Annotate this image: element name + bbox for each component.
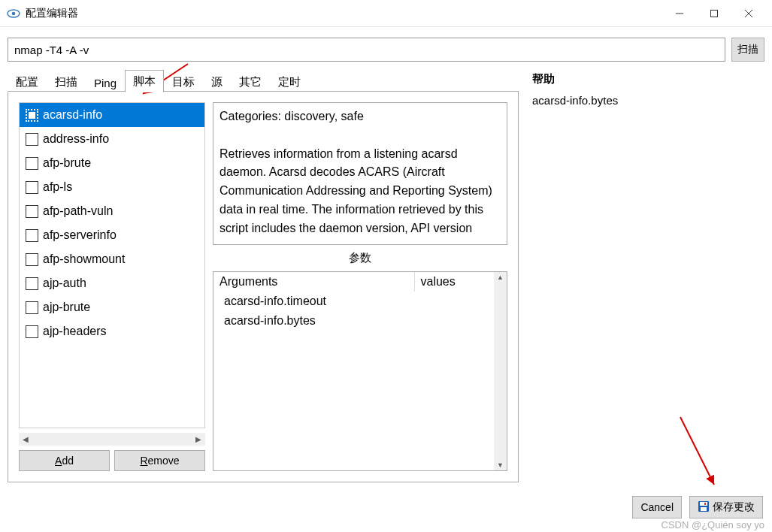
window-title: 配置编辑器 xyxy=(26,7,78,20)
description-box[interactable]: Categories: discovery, safe Retrieves in… xyxy=(213,102,507,245)
list-item[interactable]: afp-showmount xyxy=(20,247,204,271)
params-title: 参数 xyxy=(213,249,507,267)
params-table: Arguments values acarsd-info.timeout aca… xyxy=(213,272,494,331)
script-name: afp-serverinfo xyxy=(43,228,117,242)
checkbox-icon[interactable] xyxy=(26,157,38,170)
scroll-right-icon[interactable]: ▶ xyxy=(193,435,204,443)
add-remove-row: Add Remove xyxy=(19,450,205,471)
add-button[interactable]: Add xyxy=(19,450,110,471)
maximize-button[interactable] xyxy=(697,2,731,25)
list-item[interactable]: afp-ls xyxy=(20,175,204,199)
table-row[interactable]: acarsd-info.bytes xyxy=(213,311,494,331)
help-text: acarsd-info.bytes xyxy=(532,94,764,107)
table-row[interactable]: acarsd-info.timeout xyxy=(213,292,494,311)
params-scrollbar[interactable]: ▲ ▼ xyxy=(494,272,507,470)
col-arguments[interactable]: Arguments xyxy=(213,272,414,292)
desc-body: Retrieves information from a listening a… xyxy=(219,145,501,238)
scroll-up-icon[interactable]: ▲ xyxy=(497,274,504,281)
detail-column: Categories: discovery, safe Retrieves in… xyxy=(213,102,507,471)
save-label: 保存更改 xyxy=(713,500,755,514)
help-box: acarsd-info.bytes xyxy=(532,91,764,482)
list-item[interactable]: address-info xyxy=(20,127,204,151)
help-title: 帮助 xyxy=(532,72,764,86)
checkbox-icon[interactable] xyxy=(26,133,38,146)
tab-source[interactable]: 源 xyxy=(203,71,231,92)
command-row: 扫描 xyxy=(0,27,772,69)
app-icon xyxy=(6,6,21,21)
script-name: acarsd-info xyxy=(43,108,102,122)
desc-categories: Categories: discovery, safe xyxy=(219,107,501,126)
script-name: ajp-auth xyxy=(43,277,86,290)
svg-rect-7 xyxy=(700,502,707,506)
param-arg: acarsd-info.timeout xyxy=(213,292,414,311)
svg-point-1 xyxy=(12,11,16,15)
tab-bar: 配置 扫描 Ping 脚本 目标 源 其它 定时 xyxy=(8,69,519,92)
tab-other[interactable]: 其它 xyxy=(231,71,270,92)
footer: Cancel 保存更改 xyxy=(632,496,763,518)
remove-button[interactable]: Remove xyxy=(114,450,205,471)
tab-body: acarsd-info address-info afp-brute afp-l… xyxy=(8,92,519,482)
list-item[interactable]: acarsd-info xyxy=(20,103,204,127)
svg-rect-3 xyxy=(711,10,718,17)
col-values[interactable]: values xyxy=(414,272,494,292)
checkbox-icon[interactable] xyxy=(26,253,38,266)
tab-config[interactable]: 配置 xyxy=(8,71,47,92)
checkbox-icon[interactable] xyxy=(26,229,38,242)
horizontal-scrollbar[interactable]: ◀ ▶ xyxy=(19,433,205,446)
close-button[interactable] xyxy=(731,2,766,25)
checkbox-icon[interactable] xyxy=(26,325,38,338)
titlebar: 配置编辑器 xyxy=(0,0,772,27)
list-item[interactable]: ajp-brute xyxy=(20,295,204,319)
svg-rect-9 xyxy=(704,503,706,505)
tab-target[interactable]: 目标 xyxy=(164,71,203,92)
scroll-left-icon[interactable]: ◀ xyxy=(20,435,31,443)
list-item[interactable]: afp-path-vuln xyxy=(20,199,204,223)
tab-scan[interactable]: 扫描 xyxy=(47,71,86,92)
scroll-down-icon[interactable]: ▼ xyxy=(497,461,504,469)
tab-ping[interactable]: Ping xyxy=(86,72,125,92)
script-column: acarsd-info address-info afp-brute afp-l… xyxy=(19,102,205,471)
script-list[interactable]: acarsd-info address-info afp-brute afp-l… xyxy=(19,102,205,428)
left-column: 配置 扫描 Ping 脚本 目标 源 其它 定时 acarsd-info add… xyxy=(8,69,519,482)
param-arg: acarsd-info.bytes xyxy=(213,311,414,331)
script-name: afp-ls xyxy=(43,180,72,194)
save-icon xyxy=(698,500,710,515)
param-val[interactable] xyxy=(414,292,494,311)
checkbox-icon[interactable] xyxy=(26,301,38,314)
svg-rect-8 xyxy=(701,507,707,511)
list-item[interactable]: afp-brute xyxy=(20,151,204,175)
script-name: afp-showmount xyxy=(43,252,125,266)
checkbox-icon[interactable] xyxy=(26,181,38,194)
scan-button[interactable]: 扫描 xyxy=(731,38,764,62)
checkbox-icon[interactable] xyxy=(26,277,38,290)
command-input[interactable] xyxy=(8,38,725,62)
list-item[interactable]: ajp-headers xyxy=(20,319,204,343)
script-name: afp-path-vuln xyxy=(43,204,113,218)
param-val[interactable] xyxy=(414,311,494,331)
main-area: 配置 扫描 Ping 脚本 目标 源 其它 定时 acarsd-info add… xyxy=(0,69,772,490)
checkbox-icon[interactable] xyxy=(26,205,38,218)
checkbox-icon[interactable] xyxy=(26,109,38,122)
script-name: address-info xyxy=(43,132,109,146)
tab-script[interactable]: 脚本 xyxy=(125,70,164,92)
help-column: 帮助 acarsd-info.bytes xyxy=(532,69,764,482)
script-name: ajp-brute xyxy=(43,301,90,314)
save-button[interactable]: 保存更改 xyxy=(689,496,763,518)
list-item[interactable]: ajp-auth xyxy=(20,271,204,295)
script-name: afp-brute xyxy=(43,156,91,170)
list-item[interactable]: afp-serverinfo xyxy=(20,223,204,247)
watermark: CSDN @¿Quién soy yo xyxy=(661,519,764,530)
cancel-button[interactable]: Cancel xyxy=(632,496,682,518)
params-box: Arguments values acarsd-info.timeout aca… xyxy=(213,271,507,471)
minimize-button[interactable] xyxy=(662,2,697,25)
script-name: ajp-headers xyxy=(43,325,107,338)
tab-timing[interactable]: 定时 xyxy=(270,71,309,92)
